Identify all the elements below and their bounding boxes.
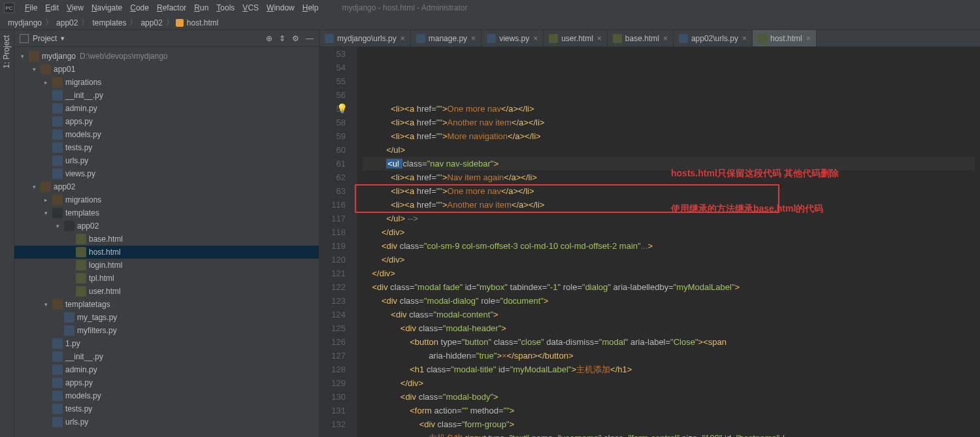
code-line[interactable]: </div>	[363, 225, 975, 239]
code-line[interactable]: <ul class="nav nav-sidebar">	[363, 157, 975, 170]
code-line[interactable]: <div class="col-sm-9 col-sm-offset-3 col…	[363, 239, 975, 253]
code-line[interactable]: <li><a href="">Another nav item</a></li>	[363, 116, 975, 129]
tree-arrow-icon[interactable]: ▾	[42, 301, 50, 308]
tree-item[interactable]: models.py	[14, 389, 319, 402]
tree-item[interactable]: urls.py	[14, 154, 319, 167]
chevron-down-icon[interactable]: ▼	[59, 35, 65, 42]
tree-item[interactable]: ▾app01	[14, 63, 319, 76]
tree-item[interactable]: __init__.py	[14, 350, 319, 363]
code-line[interactable]: </ul> -->	[363, 212, 975, 225]
code-line[interactable]: <div class="form-group">	[363, 417, 975, 431]
tree-item[interactable]: ▸migrations	[14, 76, 319, 89]
tree-item[interactable]: login.html	[14, 259, 319, 272]
tree-item[interactable]: ▸migrations	[14, 193, 319, 206]
editor-tab[interactable]: mydjango\urls.py×	[319, 30, 411, 47]
tree-item[interactable]: tpl.html	[14, 272, 319, 285]
code-line[interactable]: </div>	[363, 376, 975, 390]
tree-item[interactable]: __init__.py	[14, 89, 319, 102]
tree-item[interactable]: my_tags.py	[14, 311, 319, 324]
tree-item[interactable]: base.html	[14, 233, 319, 246]
tree-item[interactable]: ▾templates	[14, 206, 319, 219]
code-line[interactable]: </div>	[363, 267, 975, 280]
close-icon[interactable]: ×	[597, 34, 602, 43]
intention-bulb-icon[interactable]: 💡	[336, 102, 348, 116]
close-icon[interactable]: ×	[400, 34, 405, 43]
code-line[interactable]: <div class="modal-content">	[363, 308, 975, 321]
tree-item[interactable]: apps.py	[14, 376, 319, 389]
code-line[interactable]: <div class="modal-body">	[363, 390, 975, 404]
code-line[interactable]: <button type="button" class="close" data…	[363, 335, 975, 349]
project-tree[interactable]: ▾mydjangoD:\web\devops\mydjango▾app01▸mi…	[14, 47, 319, 437]
editor-tab[interactable]: user.html×	[544, 30, 608, 47]
breadcrumb-item[interactable]: mydjango	[7, 18, 43, 27]
tree-arrow-icon[interactable]: ▾	[30, 184, 38, 190]
editor-tab[interactable]: host.html×	[753, 30, 817, 47]
code-area[interactable]: hosts.html只保留这段代码 其他代码删除 使用继承的方法继承base.h…	[357, 47, 980, 437]
gear-icon[interactable]: ⚙	[292, 34, 299, 43]
tree-item[interactable]: host.html	[14, 246, 319, 259]
tree-item[interactable]: urls.py	[14, 415, 319, 429]
tree-item[interactable]: admin.py	[14, 363, 319, 376]
code-line[interactable]: <div class="modal-header">	[363, 321, 975, 335]
tree-item[interactable]: views.py	[14, 167, 319, 180]
editor-tab[interactable]: views.py×	[482, 30, 544, 47]
code-line[interactable]: </ul>	[363, 143, 975, 157]
breadcrumb-item[interactable]: templates	[91, 18, 127, 27]
tree-arrow-icon[interactable]: ▸	[42, 79, 50, 86]
code-line[interactable]: aria-hidden="true">×</span></button>	[363, 349, 975, 363]
close-icon[interactable]: ×	[663, 34, 668, 43]
editor-tab[interactable]: base.html×	[608, 30, 674, 47]
tree-item[interactable]: user.html	[14, 285, 319, 298]
editor-tab[interactable]: app02\urls.py×	[674, 30, 753, 47]
tree-arrow-icon[interactable]: ▾	[30, 66, 38, 73]
code-line[interactable]: 主机名称<input type="text" name="username" c…	[363, 431, 975, 437]
code-line[interactable]: </div>	[363, 253, 975, 267]
menu-edit[interactable]: Edit	[41, 2, 63, 14]
editor-body[interactable]: 💡 53545556575859606162631161171181191201…	[319, 47, 980, 437]
breadcrumb-item[interactable]: app02	[139, 18, 163, 27]
close-icon[interactable]: ×	[806, 34, 811, 43]
tree-item[interactable]: myfilters.py	[14, 324, 319, 337]
menu-help[interactable]: Help	[299, 2, 323, 14]
code-line[interactable]: <li><a href="">Nav item again</a></li>	[363, 170, 975, 184]
close-icon[interactable]: ×	[533, 34, 538, 43]
code-line[interactable]: <form action="" method="">	[363, 404, 975, 417]
code-line[interactable]: <li><a href="">More navigation</a></li>	[363, 129, 975, 143]
code-line[interactable]: <div class="modal-dialog" role="document…	[363, 294, 975, 308]
tree-item[interactable]: tests.py	[14, 402, 319, 415]
tree-item[interactable]: tests.py	[14, 141, 319, 154]
tree-item[interactable]: 1.py	[14, 337, 319, 350]
editor-tab[interactable]: manage.py×	[411, 30, 482, 47]
tree-item[interactable]: admin.py	[14, 102, 319, 115]
menu-navigate[interactable]: Navigate	[88, 2, 126, 14]
tree-item[interactable]: ▾templatetags	[14, 298, 319, 311]
tree-arrow-icon[interactable]: ▾	[18, 53, 26, 59]
code-line[interactable]: <h1 class="modal-title" id="myModalLabel…	[363, 363, 975, 376]
code-line[interactable]: <div class="modal fade" id="mybox" tabin…	[363, 280, 975, 294]
tree-item[interactable]: ▾mydjangoD:\web\devops\mydjango	[14, 50, 319, 63]
menu-file[interactable]: File	[21, 2, 41, 14]
tree-item[interactable]: ▾app02	[14, 219, 319, 233]
locate-icon[interactable]: ⊕	[266, 34, 272, 43]
breadcrumb-item[interactable]: app02	[55, 18, 79, 27]
tree-arrow-icon[interactable]: ▸	[42, 197, 50, 203]
hide-icon[interactable]: —	[306, 34, 314, 43]
menu-vcs[interactable]: VCS	[238, 2, 263, 14]
close-icon[interactable]: ×	[471, 34, 476, 43]
menu-tools[interactable]: Tools	[212, 2, 238, 14]
breadcrumb-item[interactable]: host.html	[186, 18, 220, 27]
menu-refactor[interactable]: Refactor	[153, 2, 190, 14]
tree-item[interactable]: apps.py	[14, 115, 319, 128]
menu-run[interactable]: Run	[190, 2, 212, 14]
collapse-icon[interactable]: ⇕	[279, 34, 286, 43]
code-line[interactable]: <li><a href="">One more nav</a></li>	[363, 102, 975, 116]
menu-window[interactable]: Window	[263, 2, 299, 14]
close-icon[interactable]: ×	[742, 34, 747, 43]
project-tool-tab[interactable]: 1: Project	[0, 30, 13, 74]
tree-arrow-icon[interactable]: ▾	[54, 223, 61, 229]
tree-item[interactable]: models.py	[14, 128, 319, 141]
tree-item[interactable]: ▾app02	[14, 180, 319, 193]
menu-view[interactable]: View	[63, 2, 88, 14]
menu-code[interactable]: Code	[126, 2, 153, 14]
tree-arrow-icon[interactable]: ▾	[42, 210, 50, 216]
